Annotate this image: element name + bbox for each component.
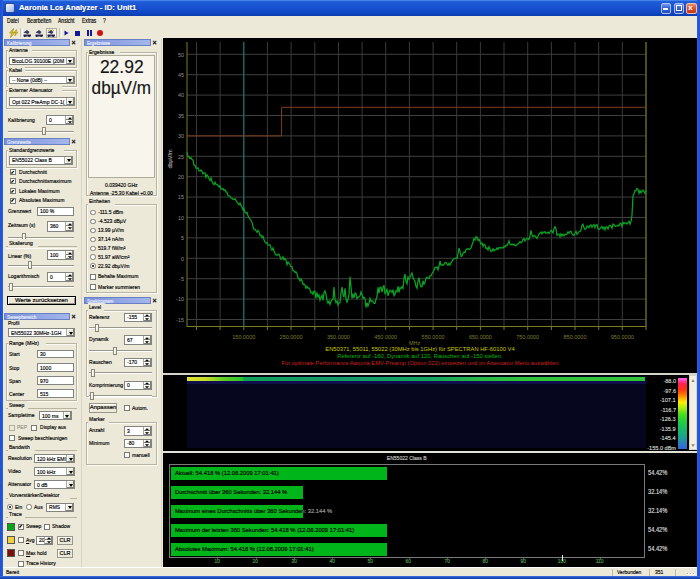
svg-text:-15: -15: [176, 317, 184, 323]
svg-text:35: 35: [178, 113, 184, 119]
svg-text:550.0000: 550.0000: [422, 334, 445, 340]
svg-text:450.0000: 450.0000: [374, 334, 397, 340]
svg-text:0: 0: [181, 256, 184, 262]
svg-text:950.0000: 950.0000: [611, 334, 634, 340]
svg-text:650.0000: 650.0000: [469, 334, 492, 340]
svg-text:Referenz auf -160, Dynamik auf: Referenz auf -160, Dynamik auf 120, Raus…: [337, 353, 503, 359]
svg-text:20: 20: [178, 174, 184, 180]
svg-text:850.0000: 850.0000: [564, 334, 587, 340]
svg-text:350.0000: 350.0000: [327, 334, 350, 340]
svg-text:-10: -10: [176, 296, 184, 302]
svg-text:30: 30: [178, 133, 184, 139]
svg-text:25: 25: [178, 154, 184, 160]
svg-text:EN50371, 55011, 55022 (30MHz b: EN50371, 55011, 55022 (30MHz bis 1GHz) f…: [325, 346, 515, 352]
svg-text:10: 10: [178, 215, 184, 221]
svg-text:-5: -5: [179, 276, 184, 282]
svg-text:150.0000: 150.0000: [232, 334, 255, 340]
svg-text:5: 5: [181, 235, 184, 241]
svg-text:250.0000: 250.0000: [280, 334, 303, 340]
svg-text:750.0000: 750.0000: [516, 334, 539, 340]
svg-text:Für optimale Performance Aaron: Für optimale Performance Aaronia EMV-Pre…: [281, 360, 558, 366]
